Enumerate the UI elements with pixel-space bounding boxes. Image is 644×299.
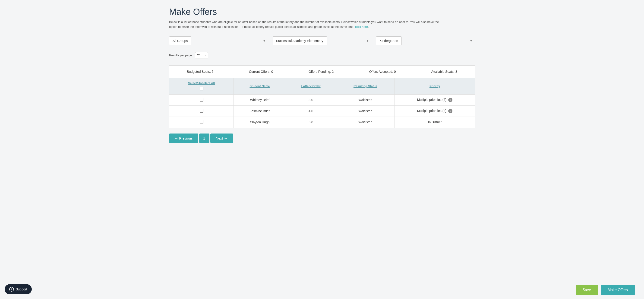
make-offers-button[interactable]: Make Offers [601,285,635,295]
results-per-page-row: Results per page: 10 25 50 100 [169,52,475,58]
page-title: Make Offers [169,7,475,17]
next-button[interactable]: Next → [210,134,233,143]
available-seats-stat: Available Seats: 3 [431,70,457,74]
offers-pending-stat: Offers Pending: 2 [308,70,334,74]
offers-accepted-stat: Offers Accepted: 0 [369,70,396,74]
save-button[interactable]: Save [576,285,598,295]
student-name-sort-link[interactable]: Student Name [250,84,270,88]
current-offers-stat: Current Offers: 0 [249,70,273,74]
lottery-order-2: 4.0 [286,105,336,117]
page-description: Below is a list of those students who ar… [169,20,447,30]
row-1-checkbox[interactable] [200,98,204,102]
select-all-checkbox[interactable] [200,87,204,90]
grade-filter[interactable]: Kindergarten [376,36,402,45]
resulting-status-1: Waitlisted [336,94,395,105]
row-3-checkbox[interactable] [200,120,204,124]
col-header-resulting-status[interactable]: Resulting Status [336,78,395,94]
lottery-order-3: 5.0 [286,117,336,128]
table-row: Clayton Hugh 5.0 Waitlisted In District [169,117,475,128]
lottery-order-1: 3.0 [286,94,336,105]
table-body: Whitney Brief 3.0 Waitlisted Multiple pr… [169,94,475,128]
student-name-3: Clayton Hugh [234,117,286,128]
group-filter[interactable]: All Groups [169,36,191,45]
previous-button[interactable]: ← Previous [169,134,198,143]
support-button[interactable]: ? Support [5,284,32,294]
resulting-status-2: Waitlisted [336,105,395,117]
info-icon-2[interactable]: i [448,109,452,113]
priority-sort-link[interactable]: Priority [430,84,440,88]
checkbox-cell-3 [169,117,234,128]
click-here-link[interactable]: click here [355,25,368,29]
budgeted-seats-stat: Budgeted Seats: 5 [187,70,214,74]
priority-2: Multiple priorities (2) i [395,105,475,117]
col-header-student-name[interactable]: Student Name [234,78,286,94]
checkbox-cell-1 [169,94,234,105]
info-icon-1[interactable]: i [448,98,452,102]
group-filter-wrapper: All Groups [169,36,268,45]
students-table: Select/Unselect All Student Name Lottery… [169,78,475,128]
resulting-status-sort-link[interactable]: Resulting Status [354,84,377,88]
select-unselect-all-link[interactable]: Select/Unselect All [188,81,215,85]
school-filter[interactable]: Successful Academy Elementary [273,36,327,45]
school-filter-wrapper: Successful Academy Elementary [273,36,372,45]
student-name-2: Jasmine Brief [234,105,286,117]
lottery-order-sort-link[interactable]: Lottery Order [302,84,320,88]
resulting-status-3: Waitlisted [336,117,395,128]
grade-filter-wrapper: Kindergarten [376,36,475,45]
table-row: Whitney Brief 3.0 Waitlisted Multiple pr… [169,94,475,105]
col-header-lottery-order[interactable]: Lottery Order [286,78,336,94]
stats-row: Budgeted Seats: 5 Current Offers: 0 Offe… [169,65,475,78]
bottom-bar: Save Make Offers [0,281,644,299]
support-icon: ? [9,287,14,291]
checkbox-cell-2 [169,105,234,117]
pagination: ← Previous 1 Next → [169,134,475,143]
priority-3: In District [395,117,475,128]
table-row: Jasmine Brief 4.0 Waitlisted Multiple pr… [169,105,475,117]
priority-1: Multiple priorities (2) i [395,94,475,105]
student-name-1: Whitney Brief [234,94,286,105]
row-2-checkbox[interactable] [200,109,204,113]
col-header-priority[interactable]: Priority [395,78,475,94]
results-select-wrapper: 10 25 50 100 [195,52,208,58]
filters-row: All Groups Successful Academy Elementary… [169,36,475,45]
results-per-page-label: Results per page: [169,54,193,57]
table-header-row: Select/Unselect All Student Name Lottery… [169,78,475,94]
results-per-page-select[interactable]: 10 25 50 100 [195,52,208,58]
col-header-select[interactable]: Select/Unselect All [169,78,234,94]
page-1-button[interactable]: 1 [199,134,210,143]
support-label: Support [16,287,27,291]
